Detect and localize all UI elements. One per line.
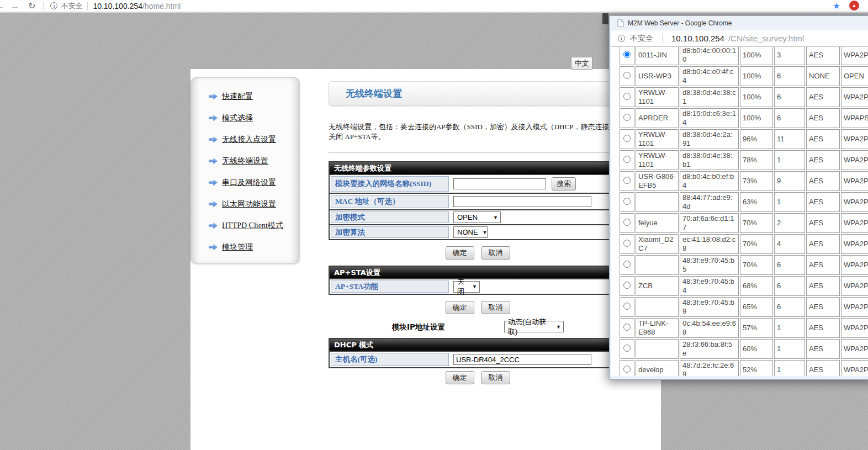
network-radio[interactable] [623, 177, 631, 184]
sidebar-item[interactable]: 模块管理 [209, 236, 299, 258]
apsta-form: AP+STA设置 AP+STA功能 关闭▼ [329, 266, 627, 295]
network-radio[interactable] [623, 51, 631, 58]
reload-icon[interactable]: ↻ [28, 1, 35, 11]
sidebar-item[interactable]: 模式选择 [209, 107, 299, 129]
info-icon[interactable]: i [50, 2, 57, 9]
site-survey-window: M2M Web Server - Google Chrome i 不安全 10.… [609, 15, 868, 380]
network-row: feiyue 70:af:6a:6c:d1:17 70% 2 AES WPA2P… [620, 213, 868, 233]
network-signal: 52% [740, 360, 773, 376]
ip-setting-select[interactable]: 动态(自动获取)▼ [504, 321, 564, 332]
apsta-cancel-button[interactable]: 取消 [481, 301, 510, 314]
network-row: Xiaomi_D2C7 ec:41:18:08:d2:c8 70% 4 AES … [620, 234, 868, 254]
sidebar-item[interactable]: 以太网功能设置 [209, 193, 299, 215]
network-bssid: 48:3f:e9:70:45:b5 [680, 255, 739, 275]
main-content: 无线终端设置 无线终端设置，包括：要去连接的AP参数（SSID，加密）及接入模式… [329, 81, 627, 390]
sidebar-item-label: 无线接入点设置 [222, 135, 276, 145]
network-auth: WPA2PSK [841, 192, 868, 212]
network-auth: WPA2PSK [841, 318, 868, 338]
network-bssid: d8:38:0d:4e:38:c1 [680, 87, 739, 107]
network-radio[interactable] [623, 219, 631, 226]
url-path[interactable]: /home.html [142, 2, 181, 10]
search-button[interactable]: 搜索 [552, 177, 576, 190]
network-row: USR-G806-EFB5 d8:b0:4c:b0:ef:b4 73% 9 AE… [620, 171, 868, 191]
network-ssid: USR-G806-EFB5 [636, 171, 679, 191]
apsta-func-select[interactable]: 关闭▼ [453, 281, 480, 293]
network-radio[interactable] [623, 261, 631, 268]
popup-url-host: 10.10.100.254 [671, 34, 724, 43]
network-encryption: AES [806, 108, 840, 128]
network-ssid [636, 192, 679, 212]
frame-scrollbar-thumb[interactable] [602, 13, 608, 24]
extension-icon[interactable]: ▲ [849, 1, 859, 10]
sta-ok-button[interactable]: 确定 [446, 246, 474, 260]
network-ssid: ZCB [636, 276, 679, 296]
sidebar-item[interactable]: 串口及网络设置 [209, 172, 299, 193]
network-signal: 100% [740, 87, 773, 107]
security-label[interactable]: 不安全 [61, 1, 82, 11]
network-signal: 96% [740, 129, 773, 149]
network-bssid: 48:7d:2e:fc:2e:69 [680, 360, 739, 376]
network-bssid: d8:b0:4c:b0:ef:b4 [680, 171, 739, 191]
network-ssid: TP-LINK-E968 [636, 318, 679, 338]
network-encryption: AES [806, 234, 840, 254]
omnibox-divider [43, 2, 44, 10]
url-host[interactable]: 10.10.100.254 [93, 2, 142, 10]
network-encryption: AES [806, 339, 840, 359]
popup-url-path: /CN/site_survey.html [728, 34, 804, 43]
forward-icon[interactable]: → [10, 1, 19, 11]
info-icon: i [618, 35, 625, 42]
enc-algo-select[interactable]: NONE▼ [453, 226, 488, 238]
network-channel: 1 [774, 318, 805, 338]
network-radio[interactable] [623, 366, 631, 373]
network-radio[interactable] [623, 345, 631, 352]
sidebar-item[interactable]: 无线接入点设置 [209, 129, 299, 150]
enc-algo-label: 加密算法 [331, 226, 449, 238]
network-channel: 1 [774, 192, 805, 212]
hostname-input[interactable] [453, 354, 591, 365]
dhcp-ok-button[interactable]: 确定 [446, 371, 474, 384]
network-radio[interactable] [623, 282, 631, 289]
network-radio[interactable] [623, 198, 631, 205]
sidebar-item[interactable]: HTTPD Client模式 [209, 215, 299, 236]
mac-input[interactable] [453, 196, 591, 207]
network-radio[interactable] [623, 303, 631, 310]
survey-rows: 0011-JIN d8:b0:4c:00:00:10 100% 3 AES WP… [620, 47, 868, 376]
network-radio[interactable] [623, 93, 631, 100]
network-radio[interactable] [623, 324, 631, 331]
network-radio[interactable] [623, 240, 631, 247]
enc-mode-label: 加密模式 [331, 211, 449, 223]
screen: ← → ↻ i 不安全 10.10.100.254/home.html ★ ▲ … [0, 0, 868, 450]
network-radio[interactable] [623, 114, 631, 121]
sta-cancel-button[interactable]: 取消 [481, 246, 510, 260]
network-auth: WPA2PSK [841, 150, 868, 170]
sidebar-item-label: 无线终端设置 [222, 156, 268, 166]
network-signal: 63% [740, 192, 773, 212]
apsta-ok-button[interactable]: 确定 [446, 301, 474, 314]
network-auth: WPA2PSK [841, 171, 868, 191]
page-description-line2: 关闭 AP+STA等。 [329, 132, 627, 142]
ssid-input[interactable] [453, 178, 546, 189]
network-encryption: NONE [806, 66, 840, 86]
network-radio[interactable] [623, 156, 631, 163]
network-encryption: AES [806, 192, 840, 212]
language-button[interactable]: 中文 [571, 57, 592, 70]
bookmark-star-icon[interactable]: ★ [833, 1, 840, 11]
network-encryption: AES [806, 360, 840, 376]
popup-security-label: 不安全 [630, 34, 653, 44]
popup-titlebar[interactable]: M2M Web Server - Google Chrome [611, 16, 868, 30]
enc-mode-select[interactable]: OPEN▼ [453, 211, 501, 223]
chevron-down-icon: ▼ [493, 215, 498, 220]
ip-setting-label: 模块IP地址设置 [392, 322, 445, 332]
network-radio[interactable] [623, 135, 631, 142]
network-row: 48:3f:e9:70:45:b5 70% 6 AES WPA2PSK [620, 255, 868, 275]
back-icon[interactable]: ← [0, 1, 5, 11]
divider [329, 152, 627, 153]
sidebar-item[interactable]: 快速配置 [209, 86, 299, 107]
network-encryption: AES [806, 47, 840, 65]
network-auth: WPA2PSK [841, 255, 868, 275]
sidebar-item[interactable]: 无线终端设置 [209, 150, 299, 172]
popup-urlbar[interactable]: i 不安全 10.10.100.254/CN/site_survey.html [611, 30, 868, 47]
network-radio[interactable] [623, 72, 631, 79]
apsta-func-row: AP+STA功能 关闭▼ [330, 278, 626, 294]
dhcp-cancel-button[interactable]: 取消 [481, 371, 510, 384]
